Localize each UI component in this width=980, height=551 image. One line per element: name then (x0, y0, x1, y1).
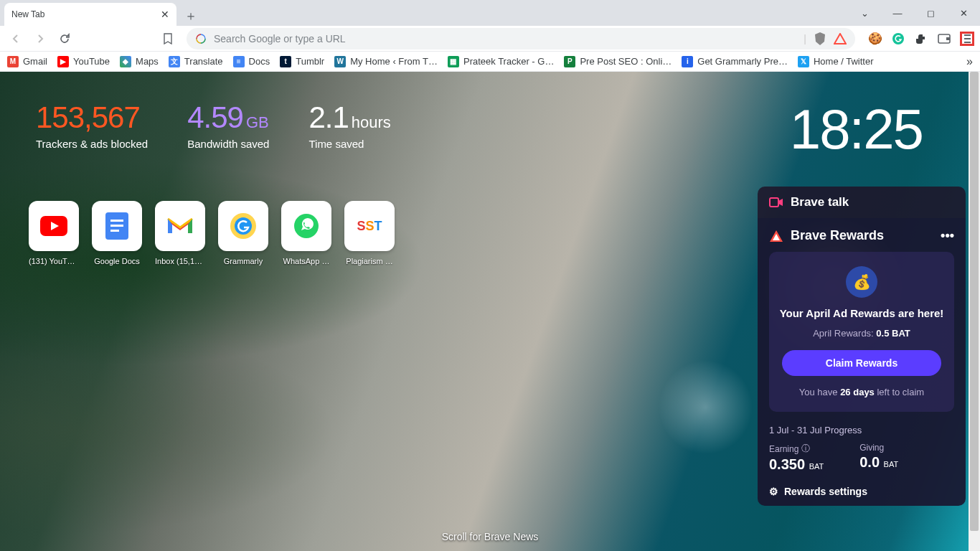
bookmarks-bar: MGmail ▶YouTube ◆Maps 文Translate ≡Docs t… (0, 52, 980, 72)
extension-icons: 🍪 (868, 32, 974, 46)
reward-detail: April Rewards: 0.5 BAT (778, 328, 946, 339)
cookie-icon[interactable]: 🍪 (868, 32, 882, 46)
main-menu-button[interactable] (960, 32, 974, 46)
video-icon (769, 197, 783, 208)
progress-section: 1 Jul - 31 Jul Progress Earning ⓘ 0.350 … (769, 425, 954, 473)
stat-time: 2.1hours Time saved (308, 100, 390, 150)
svg-point-1 (892, 33, 904, 44)
tile-gmail[interactable]: Inbox (15,103) (155, 201, 205, 265)
extensions-icon[interactable] (914, 32, 928, 46)
scroll-hint[interactable]: Scroll for Brave News (442, 531, 539, 542)
bookmark-sheets[interactable]: ▦Prateek Tracker - G… (448, 56, 554, 67)
brave-talk-bar[interactable]: Brave talk (758, 187, 966, 218)
tile-grammarly[interactable]: Grammarly (218, 201, 268, 265)
bookmark-twitter[interactable]: 𝕏Home / Twitter (798, 56, 874, 67)
brave-shield-icon[interactable] (814, 32, 826, 46)
toolbar: Search Google or type a URL | 🍪 (0, 26, 980, 52)
vertical-scrollbar[interactable] (969, 72, 980, 551)
svg-rect-7 (110, 225, 123, 227)
new-tab-button[interactable]: ＋ (181, 6, 201, 26)
rewards-settings-link[interactable]: ⚙ Rewards settings (769, 486, 954, 497)
browser-tab[interactable]: New Tab ✕ (4, 3, 176, 26)
maximize-button[interactable]: ◻ (914, 0, 947, 26)
tab-strip: New Tab ✕ ＋ ⌄ — ◻ ✕ (0, 0, 980, 26)
address-placeholder: Search Google or type a URL (214, 33, 346, 44)
back-button[interactable] (6, 29, 26, 49)
tab-title: New Tab (11, 9, 44, 19)
bat-icon (769, 230, 783, 242)
forward-button[interactable] (30, 29, 50, 49)
google-icon (195, 33, 207, 44)
address-bar[interactable]: Search Google or type a URL | (187, 28, 855, 50)
more-icon[interactable]: ••• (941, 228, 954, 243)
clock: 18:25 (790, 97, 923, 162)
close-tab-icon[interactable]: ✕ (161, 9, 169, 20)
window-controls: ⌄ — ◻ ✕ (848, 0, 980, 26)
claim-note: You have 26 days left to claim (778, 386, 946, 399)
grammarly-icon[interactable] (891, 32, 905, 46)
tile-youtube[interactable]: (131) YouTube (29, 201, 79, 265)
stat-bandwidth: 4.59GB Bandwidth saved (187, 100, 269, 150)
reload-button[interactable] (55, 29, 75, 49)
bookmark-wordpress[interactable]: WMy Home ‹ From T… (334, 56, 438, 67)
bookmark-icon[interactable] (158, 29, 178, 49)
rewards-prompt: 💰 Your April Ad Rewards are here! April … (769, 252, 954, 412)
tile-sst[interactable]: SSTPlagiarism … (344, 201, 395, 265)
svg-rect-12 (770, 198, 778, 207)
scrollbar-thumb[interactable] (970, 72, 979, 531)
bookmark-translate[interactable]: 文Translate (169, 56, 223, 67)
brave-bat-icon[interactable] (834, 33, 847, 44)
claim-rewards-button[interactable]: Claim Rewards (782, 350, 941, 376)
stat-trackers: 153,567 Trackers & ads blocked (36, 100, 148, 150)
bookmark-prepostseo[interactable]: PPre Post SEO : Onli… (564, 56, 672, 67)
close-window-button[interactable]: ✕ (947, 0, 980, 26)
tile-whatsapp[interactable]: WhatsApp … (281, 201, 331, 265)
gear-icon: ⚙ (769, 486, 778, 497)
wallet-icon[interactable] (937, 32, 951, 46)
bookmark-grammarly[interactable]: iGet Grammarly Pre… (682, 56, 788, 67)
minimize-button[interactable]: — (881, 0, 914, 26)
earning-metric: Earning ⓘ 0.350 BAT (769, 443, 824, 473)
money-bag-icon: 💰 (846, 266, 877, 298)
giving-metric: Giving 0.0 BAT (859, 443, 898, 473)
brave-stats: 153,567 Trackers & ads blocked 4.59GB Ba… (36, 100, 391, 150)
new-tab-content: 153,567 Trackers & ads blocked 4.59GB Ba… (0, 72, 980, 551)
tile-docs[interactable]: Google Docs (92, 201, 142, 265)
bookmarks-overflow-icon[interactable]: » (966, 55, 973, 68)
bookmark-tumblr[interactable]: tTumblr (280, 56, 324, 67)
bookmark-docs[interactable]: ≡Docs (233, 56, 270, 67)
info-icon[interactable]: ⓘ (801, 443, 810, 455)
svg-rect-3 (946, 37, 950, 40)
chevron-down-icon[interactable]: ⌄ (848, 0, 881, 26)
svg-rect-8 (110, 230, 119, 232)
rewards-panel: Brave talk Brave Rewards ••• 💰 Your Apri… (758, 187, 966, 506)
top-sites: (131) YouTube Google Docs Inbox (15,103)… (29, 201, 395, 265)
bookmark-maps[interactable]: ◆Maps (120, 56, 159, 67)
bookmark-gmail[interactable]: MGmail (7, 56, 47, 67)
brave-rewards-card: Brave Rewards ••• 💰 Your April Ad Reward… (758, 218, 966, 506)
svg-rect-6 (110, 220, 123, 222)
bookmark-youtube[interactable]: ▶YouTube (57, 56, 110, 67)
